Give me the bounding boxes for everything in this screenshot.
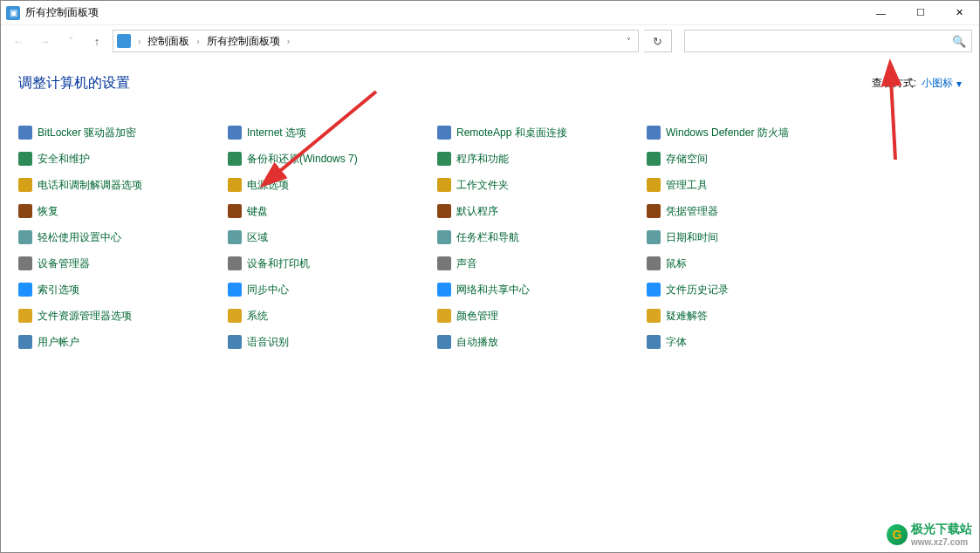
file-history-icon xyxy=(647,283,661,297)
titlebar: ▣ 所有控制面板项 — ☐ ✕ xyxy=(1,1,979,25)
system-icon xyxy=(228,309,242,323)
up-button[interactable]: ↑ xyxy=(86,31,107,51)
indexing-icon xyxy=(18,283,32,297)
cp-item-phone-modem[interactable]: 电话和调制解调器选项 xyxy=(18,175,228,195)
search-box[interactable]: 🔍 xyxy=(684,30,972,52)
mouse-icon xyxy=(647,256,661,270)
cp-item-security[interactable]: 安全和维护 xyxy=(18,149,228,168)
programs-icon xyxy=(437,152,451,166)
item-label: 键盘 xyxy=(247,204,268,219)
cp-item-defender-firewall[interactable]: Windows Defender 防火墙 xyxy=(647,123,856,142)
phone-modem-icon xyxy=(18,178,32,192)
minimize-button[interactable]: — xyxy=(861,1,901,25)
cp-item-recovery[interactable]: 恢复 xyxy=(18,201,228,221)
device-mgr-icon xyxy=(18,256,32,270)
cp-item-file-history[interactable]: 文件历史记录 xyxy=(647,280,856,299)
view-dropdown[interactable]: 小图标 ▾ xyxy=(922,76,962,91)
cp-item-bitlocker[interactable]: BitLocker 驱动器加密 xyxy=(18,123,228,142)
item-label: 存储空间 xyxy=(666,152,708,167)
credential-mgr-icon xyxy=(647,204,661,218)
cp-item-work-folders[interactable]: 工作文件夹 xyxy=(437,175,647,195)
troubleshoot-icon xyxy=(647,309,661,323)
item-label: 区域 xyxy=(247,230,268,245)
view-controls: 查看方式: 小图标 ▾ xyxy=(872,76,962,91)
item-label: 字体 xyxy=(666,335,687,350)
content-area: 调整计算机的设置 查看方式: 小图标 ▾ BitLocker 驱动器加密Inte… xyxy=(1,57,979,369)
search-input[interactable] xyxy=(690,35,952,47)
address-bar[interactable]: › 控制面板 › 所有控制面板项 › ˅ xyxy=(113,30,639,52)
app-icon: ▣ xyxy=(6,6,20,20)
cp-item-programs[interactable]: 程序和功能 xyxy=(437,149,647,168)
cp-item-speech[interactable]: 语音识别 xyxy=(228,332,437,352)
item-label: 语音识别 xyxy=(247,335,289,350)
cp-item-autoplay[interactable]: 自动播放 xyxy=(437,332,647,352)
close-button[interactable]: ✕ xyxy=(940,1,979,25)
keyboard-icon xyxy=(228,204,242,218)
item-label: 任务栏和导航 xyxy=(456,230,519,245)
recovery-icon xyxy=(18,204,32,218)
window-title: 所有控制面板项 xyxy=(25,5,861,20)
cp-item-keyboard[interactable]: 键盘 xyxy=(228,201,437,221)
cp-item-sound[interactable]: 声音 xyxy=(437,254,647,273)
item-label: 管理工具 xyxy=(666,178,708,193)
cp-item-explorer-opts[interactable]: 文件资源管理器选项 xyxy=(18,306,228,325)
region-icon xyxy=(228,230,242,244)
cp-item-power-opts[interactable]: 电源选项 xyxy=(228,175,437,195)
cp-item-credential-mgr[interactable]: 凭据管理器 xyxy=(647,201,856,221)
page-heading: 调整计算机的设置 xyxy=(18,74,130,92)
cp-item-admin-tools[interactable]: 管理工具 xyxy=(647,175,856,195)
item-label: 文件资源管理器选项 xyxy=(38,309,132,324)
item-label: 安全和维护 xyxy=(38,152,90,167)
search-icon[interactable]: 🔍 xyxy=(952,35,966,48)
cp-item-devices-printers[interactable]: 设备和打印机 xyxy=(228,254,437,273)
crumb-root[interactable]: 控制面板 xyxy=(147,34,189,49)
maximize-button[interactable]: ☐ xyxy=(901,1,940,25)
item-label: 电源选项 xyxy=(247,178,289,193)
item-label: 用户帐户 xyxy=(38,335,79,350)
cp-item-system[interactable]: 系统 xyxy=(228,306,437,325)
cp-item-user-accounts[interactable]: 用户帐户 xyxy=(18,332,228,352)
user-accounts-icon xyxy=(18,335,32,349)
cp-item-backup-restore[interactable]: 备份和还原(Windows 7) xyxy=(228,149,437,168)
cp-item-remoteapp[interactable]: RemoteApp 和桌面连接 xyxy=(437,123,647,142)
security-icon xyxy=(18,152,32,166)
network-sharing-icon xyxy=(437,283,451,297)
cp-item-taskbar-nav[interactable]: 任务栏和导航 xyxy=(437,228,647,247)
defender-firewall-icon xyxy=(647,126,661,140)
addressbar-dropdown[interactable]: ˅ xyxy=(623,37,634,46)
recent-dropdown[interactable]: ˅ xyxy=(60,31,81,51)
item-label: 恢复 xyxy=(38,204,58,219)
cp-item-troubleshoot[interactable]: 疑难解答 xyxy=(647,306,856,325)
view-label: 查看方式: xyxy=(872,76,916,91)
back-button[interactable]: ← xyxy=(8,31,29,51)
refresh-button[interactable]: ↻ xyxy=(644,30,672,52)
cp-item-ease-access[interactable]: 轻松使用设置中心 xyxy=(18,228,228,247)
crumb-sep-icon: › xyxy=(284,37,293,46)
bitlocker-icon xyxy=(18,126,32,140)
cp-item-device-mgr[interactable]: 设备管理器 xyxy=(18,254,228,273)
cp-item-internet-opts[interactable]: Internet 选项 xyxy=(228,123,437,142)
item-label: Windows Defender 防火墙 xyxy=(666,126,789,140)
cp-item-region[interactable]: 区域 xyxy=(228,228,437,247)
item-label: 备份和还原(Windows 7) xyxy=(247,152,358,167)
power-opts-icon xyxy=(228,178,242,192)
cp-item-indexing[interactable]: 索引选项 xyxy=(18,280,228,299)
sound-icon xyxy=(437,256,451,270)
cp-item-sync-center[interactable]: 同步中心 xyxy=(228,280,437,299)
devices-printers-icon xyxy=(228,256,242,270)
sync-center-icon xyxy=(228,283,242,297)
cp-item-color-mgmt[interactable]: 颜色管理 xyxy=(437,306,647,325)
cp-item-network-sharing[interactable]: 网络和共享中心 xyxy=(437,280,647,299)
cp-item-mouse[interactable]: 鼠标 xyxy=(647,254,856,273)
cp-item-date-time[interactable]: 日期和时间 xyxy=(647,228,856,247)
explorer-opts-icon xyxy=(18,309,32,323)
window-controls: — ☐ ✕ xyxy=(861,1,979,25)
cp-item-storage-spaces[interactable]: 存储空间 xyxy=(647,149,856,168)
crumb-current[interactable]: 所有控制面板项 xyxy=(207,34,280,49)
cp-item-fonts[interactable]: 字体 xyxy=(647,332,856,352)
item-label: 日期和时间 xyxy=(666,230,718,245)
color-mgmt-icon xyxy=(437,309,451,323)
forward-button[interactable]: → xyxy=(34,31,55,51)
admin-tools-icon xyxy=(647,178,661,192)
cp-item-default-programs[interactable]: 默认程序 xyxy=(437,201,647,221)
